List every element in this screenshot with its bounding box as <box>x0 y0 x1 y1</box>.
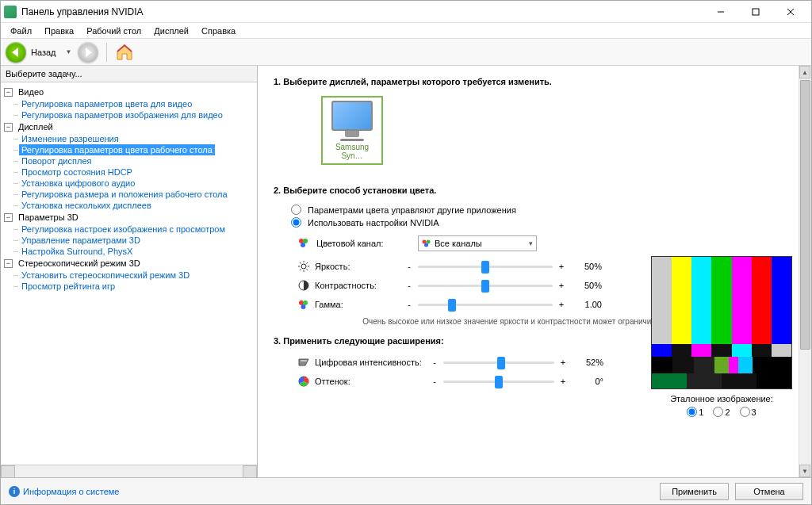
svg-point-9 <box>424 243 428 247</box>
nav-back-button[interactable] <box>6 42 26 63</box>
sidebar-header: Выберите задачу... <box>1 66 257 82</box>
svg-point-5 <box>303 239 308 243</box>
tree-group-display[interactable]: Дисплей <box>16 121 56 132</box>
toolbar: Назад ▼ <box>1 39 811 66</box>
hue-minus[interactable]: - <box>431 377 439 386</box>
radio-other-apps[interactable]: Параметрами цвета управляют другие прило… <box>291 205 797 215</box>
nav-back-dropdown[interactable]: ▼ <box>63 48 75 55</box>
menu-file[interactable]: Файл <box>4 25 38 37</box>
tree-item[interactable]: Регулировка настроек изображения с просм… <box>19 224 228 235</box>
brightness-plus[interactable]: + <box>557 262 565 271</box>
tree-item[interactable]: Поворот дисплея <box>19 155 94 166</box>
tree-item-selected[interactable]: Регулировка параметров цвета рабочего ст… <box>19 144 215 155</box>
tree-item[interactable]: Управление параметрами 3D <box>19 235 143 246</box>
content-area: Выберите задачу... −Видео ┈Регулировка п… <box>1 66 811 477</box>
ref-radio-1[interactable]: 1 <box>687 407 703 417</box>
channel-all-icon <box>422 239 431 248</box>
menu-display[interactable]: Дисплей <box>147 25 195 37</box>
footer: i Информация о системе Применить Отмена <box>1 477 811 504</box>
close-button[interactable] <box>773 2 808 22</box>
tree-toggle[interactable]: − <box>4 88 13 97</box>
tree-group-video[interactable]: Видео <box>16 86 46 98</box>
brightness-slider[interactable] <box>418 259 553 274</box>
radio-nvidia[interactable]: Использовать настройки NVIDIA <box>291 217 797 228</box>
app-icon <box>4 6 17 18</box>
apply-button[interactable]: Применить <box>660 483 729 500</box>
ref-radio-2[interactable]: 2 <box>713 407 730 417</box>
reference-panel: Эталонное изображение: 1 2 3 <box>651 256 792 417</box>
gamma-icon <box>297 298 310 311</box>
vibrance-icon <box>297 356 310 369</box>
hue-value: 0° <box>572 377 603 386</box>
hue-slider[interactable] <box>443 374 554 388</box>
maximize-button[interactable] <box>738 2 773 22</box>
tree-toggle[interactable]: − <box>4 259 13 268</box>
tree-item[interactable]: Просмотр рейтинга игр <box>19 281 117 292</box>
vibrance-minus[interactable]: - <box>431 358 439 367</box>
tree-item[interactable]: Установка нескольких дисплеев <box>19 200 154 211</box>
sidebar-scrollbar[interactable] <box>1 465 257 477</box>
minimize-button[interactable] <box>703 2 738 22</box>
tree-toggle[interactable]: − <box>4 123 13 132</box>
contrast-plus[interactable]: + <box>557 281 565 290</box>
brightness-minus[interactable]: - <box>405 262 413 271</box>
reference-image <box>651 256 792 389</box>
tree-item[interactable]: Регулировка параметров цвета для видео <box>19 98 194 109</box>
nav-forward-button[interactable] <box>78 42 98 63</box>
svg-line-18 <box>307 262 308 264</box>
sidebar: Выберите задачу... −Видео ┈Регулировка п… <box>1 66 258 477</box>
reference-caption: Эталонное изображение: <box>651 394 792 404</box>
contrast-icon <box>297 279 310 292</box>
palette-icon <box>297 237 310 250</box>
contrast-slider[interactable] <box>418 278 553 293</box>
scroll-up-icon[interactable]: ▲ <box>799 66 810 78</box>
titlebar: Панель управления NVIDIA <box>1 1 811 23</box>
gamma-slider[interactable] <box>418 297 553 312</box>
tree-toggle[interactable]: − <box>4 213 13 222</box>
brightness-icon <box>297 260 310 273</box>
channel-value: Все каналы <box>435 239 482 248</box>
home-icon[interactable] <box>115 43 134 62</box>
hue-plus[interactable]: + <box>559 377 567 386</box>
main-scrollbar[interactable]: ▲ ▼ <box>799 66 811 477</box>
system-info-link[interactable]: Информация о системе <box>23 487 119 496</box>
svg-point-22 <box>301 304 306 309</box>
svg-line-16 <box>307 270 308 271</box>
svg-line-17 <box>300 270 301 271</box>
tree-item[interactable]: Регулировка параметров изображения для в… <box>19 109 225 121</box>
step1-title: 1. Выберите дисплей, параметры которого … <box>274 77 797 86</box>
tree-group-stereo[interactable]: Стереоскопический режим 3D <box>16 258 143 269</box>
tree-item[interactable]: Просмотр состояния HDCP <box>19 166 135 178</box>
tree-item[interactable]: Установить стереоскопический режим 3D <box>19 270 192 281</box>
cancel-button[interactable]: Отмена <box>735 483 803 500</box>
menu-edit[interactable]: Правка <box>38 25 80 37</box>
tree-item[interactable]: Изменение разрешения <box>19 133 121 144</box>
vibrance-plus[interactable]: + <box>559 358 567 367</box>
menu-desktop[interactable]: Рабочий стол <box>80 25 147 37</box>
channel-select[interactable]: Все каналы <box>418 235 537 251</box>
display-name: Samsung Syn… <box>326 143 378 160</box>
ref-radio-3[interactable]: 3 <box>740 407 756 417</box>
tree-item[interactable]: Регулировка размера и положения рабочего… <box>19 189 230 200</box>
tree-item[interactable]: Установка цифрового аудио <box>19 178 137 189</box>
svg-line-15 <box>300 262 301 264</box>
tree-group-3d[interactable]: Параметры 3D <box>16 212 81 223</box>
gamma-value: 1.00 <box>570 300 602 309</box>
tree-item[interactable]: Настройка Surround, PhysX <box>19 246 135 257</box>
menubar: Файл Правка Рабочий стол Дисплей Справка <box>1 23 811 39</box>
main-pane: 1. Выберите дисплей, параметры которого … <box>258 66 811 477</box>
gamma-minus[interactable]: - <box>405 300 413 309</box>
scroll-thumb[interactable] <box>800 80 810 350</box>
contrast-minus[interactable]: - <box>405 281 413 290</box>
gamma-plus[interactable]: + <box>557 300 565 309</box>
display-thumbnail[interactable]: Samsung Syn… <box>321 96 383 165</box>
info-icon: i <box>9 486 20 497</box>
task-tree[interactable]: −Видео ┈Регулировка параметров цвета для… <box>1 82 257 465</box>
menu-help[interactable]: Справка <box>195 25 242 37</box>
window-title: Панель управления NVIDIA <box>21 6 703 17</box>
scroll-down-icon[interactable]: ▼ <box>799 465 810 477</box>
vibrance-slider[interactable] <box>443 355 554 369</box>
svg-point-10 <box>301 264 306 269</box>
nav-back-label: Назад <box>31 48 56 57</box>
svg-rect-1 <box>753 9 759 15</box>
